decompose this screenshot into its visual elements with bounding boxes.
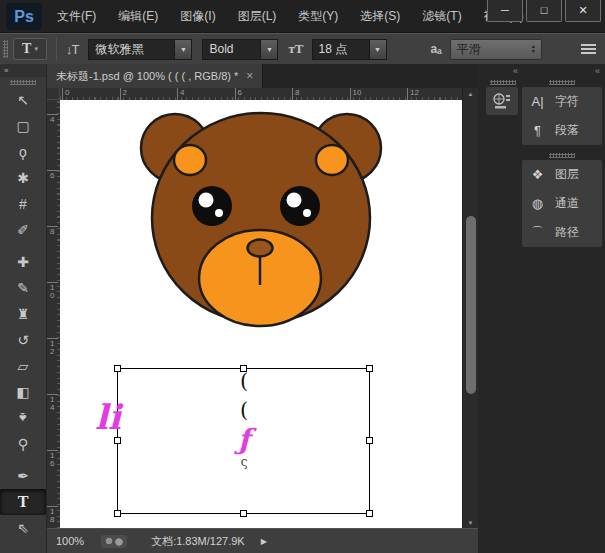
transform-handle[interactable] [366,365,373,372]
font-size-icon: ᴛT [288,41,303,57]
direct-selection-tool[interactable]: ⇖ [0,515,46,541]
history-brush-tool[interactable]: ↺ [0,327,46,353]
menu-layer[interactable]: 图层(L) [227,8,288,25]
text-layer-left-glyphs: li [95,397,121,437]
menu-file[interactable]: 文件(F) [46,8,107,25]
layers-panel-group: ❖ 图层 ◍ 通道 ⌒ 路径 [522,160,602,247]
menu-select[interactable]: 选择(S) [349,8,411,25]
menu-type[interactable]: 类型(Y) [287,8,349,25]
magic-wand-tool[interactable]: ✱ [0,165,46,191]
tools-panel-collapse-button[interactable]: » [0,64,46,77]
scrollbar-thumb[interactable] [466,216,476,394]
blur-tool[interactable]: ♠ [0,405,46,431]
transform-handle[interactable] [114,510,121,517]
collapse-panels-icon[interactable]: « [522,67,602,77]
pen-tool[interactable]: ✒ [0,463,46,489]
tools-panel-grip[interactable] [10,80,36,85]
font-size-select[interactable]: 18 点 ▼ [312,39,387,60]
eye-highlight-small [303,209,311,217]
vertical-scrollbar[interactable]: ▲ ▼ [462,88,478,528]
eraser-tool[interactable]: ▱ [0,353,46,379]
bear-left-eye [192,186,232,226]
canvas-page[interactable]: li ( ( ƒ ς [60,100,462,528]
transform-handle[interactable] [114,365,121,372]
dropdown-arrow-icon[interactable]: ▼ [175,39,192,60]
toggle-panels-icon[interactable] [581,44,596,55]
minimize-button[interactable]: ─ [487,0,523,22]
vertical-ruler: 4681012141618 [47,100,60,528]
clone-stamp-tool[interactable]: ♜ [0,301,46,327]
narrow-panel-column: « [486,67,520,115]
font-style-value[interactable]: Bold [202,39,261,60]
panel-icon: ◍ [529,196,546,211]
tool-icon: ↺ [17,332,29,348]
options-bar-grip[interactable] [3,40,8,58]
transform-handle[interactable] [114,437,121,444]
menu-filter[interactable]: 滤镜(T) [411,8,472,25]
lasso-tool[interactable]: ϙ [0,139,46,165]
ruler-label: 14 [47,394,58,450]
transform-handle[interactable] [366,437,373,444]
ruler-label: 8 [292,88,350,100]
close-icon[interactable]: × [246,69,253,83]
document-tab[interactable]: 未标题-1.psd @ 100% ( ( ( , RGB/8) * × [47,64,263,88]
panel-icon: ❖ [529,167,546,182]
crop-tool[interactable]: # [0,191,46,217]
paths-panel-button[interactable]: ⌒ 路径 [522,218,602,247]
panel-button-column: « A| 字符 ¶ 段落 ❖ 图层 ◍ 通道 ⌒ 路径 [522,67,602,247]
maximize-button[interactable]: □ [526,0,562,22]
window-button-icon: ✕ [578,4,587,16]
transform-handle[interactable] [366,510,373,517]
text-orientation-icon[interactable]: ↓T [66,42,78,57]
zoom-level-field[interactable]: 100% [56,535,84,547]
channels-panel-button[interactable]: ◍ 通道 [522,189,602,218]
bear-nose [248,240,273,257]
eye-highlight [199,193,214,208]
font-style-select[interactable]: Bold ▼ [202,39,278,60]
marquee-tool[interactable]: ▢ [0,113,46,139]
menu-edit[interactable]: 编辑(E) [107,8,169,25]
panel-grip[interactable] [490,80,516,85]
panel-label: 字符 [555,93,579,110]
healing-brush-tool[interactable]: ✚ [0,249,46,275]
bear-left-inner-ear [174,145,206,175]
3d-materials-panel-button[interactable] [486,87,518,115]
scroll-down-icon[interactable]: ▼ [463,520,478,526]
type-tool-preset-button[interactable]: T ▾ [13,38,47,60]
paint-bucket-tool[interactable]: ◧ [0,379,46,405]
tool-icon: ▢ [16,118,29,134]
tool-icon: ↖ [17,92,29,108]
collapse-panels-icon[interactable]: « [486,67,520,77]
close-button[interactable]: ✕ [565,0,601,22]
anti-alias-select[interactable]: 平滑 ▴▾ [450,39,542,60]
eyedropper-tool[interactable]: ✐ [0,217,46,243]
ruler-label: 6 [47,170,58,226]
font-family-select[interactable]: 微软雅黑 ▼ [88,39,192,60]
dropdown-arrow-icon[interactable]: ▼ [370,39,387,60]
separator [56,37,57,61]
character-panel-button[interactable]: A| 字符 [522,87,602,116]
status-options-arrow-icon[interactable]: ▶ [261,537,267,546]
ruler-label: 12 [47,338,58,394]
tool-icon: ⇖ [17,520,29,536]
brush-tool[interactable]: ✎ [0,275,46,301]
scroll-up-icon[interactable]: ▲ [463,88,478,101]
canvas-region: 02468101214 4681012141618 [47,88,478,553]
panel-grip[interactable] [549,80,575,85]
dropdown-arrow-icon[interactable]: ▼ [261,39,278,60]
font-size-value[interactable]: 18 点 [312,39,370,60]
tool-icon: ✐ [17,222,29,238]
move-tool[interactable]: ↖ [0,87,46,113]
font-family-value[interactable]: 微软雅黑 [88,39,175,60]
dodge-tool[interactable]: ⚲ [0,431,46,457]
ruler-label: 12 [407,88,462,100]
transform-handle[interactable] [240,510,247,517]
menu-image[interactable]: 图像(I) [169,8,226,25]
panel-grip[interactable] [549,153,575,158]
ruler-label: 2 [120,88,178,100]
layers-panel-button[interactable]: ❖ 图层 [522,160,602,189]
paragraph-panel-button[interactable]: ¶ 段落 [522,116,602,145]
anti-alias-value: 平滑 [457,40,481,59]
type-tool[interactable]: T [0,489,46,515]
tool-icon: ⚲ [18,436,28,452]
